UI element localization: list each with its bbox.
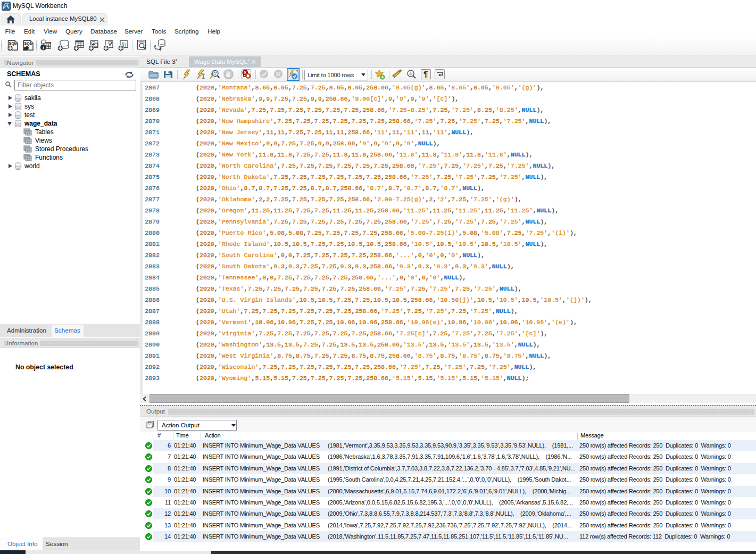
svg-text:i: i <box>43 45 44 51</box>
svg-text:SQL: SQL <box>24 42 32 46</box>
svg-text:SQL: SQL <box>9 42 17 46</box>
svg-text:A: A <box>409 71 412 76</box>
